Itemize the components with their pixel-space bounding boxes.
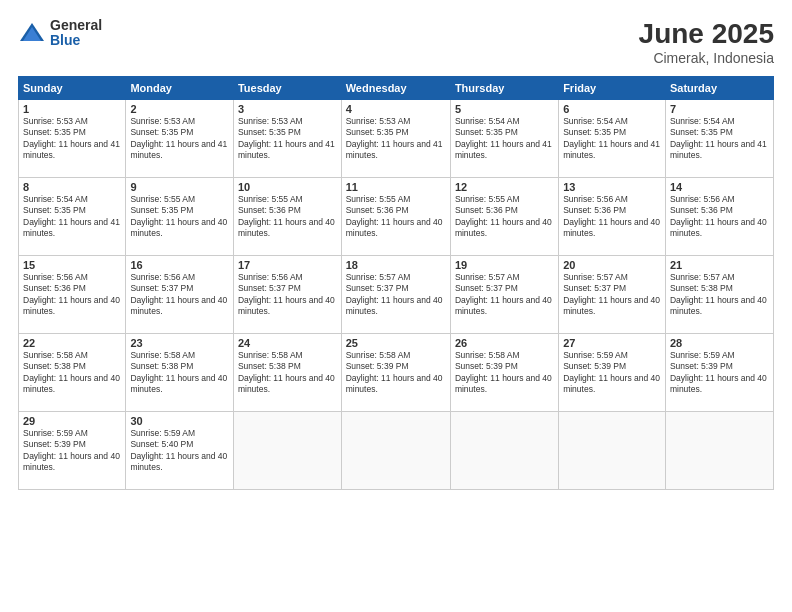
logo-blue: Blue	[50, 33, 102, 48]
day-info: Sunrise: 5:58 AM Sunset: 5:38 PM Dayligh…	[238, 350, 337, 396]
day-info: Sunrise: 5:58 AM Sunset: 5:39 PM Dayligh…	[455, 350, 554, 396]
header-friday: Friday	[559, 77, 666, 100]
day-info: Sunrise: 5:59 AM Sunset: 5:40 PM Dayligh…	[130, 428, 229, 474]
day-number: 25	[346, 337, 446, 349]
day-info: Sunrise: 5:53 AM Sunset: 5:35 PM Dayligh…	[238, 116, 337, 162]
day-info: Sunrise: 5:56 AM Sunset: 5:37 PM Dayligh…	[130, 272, 229, 318]
day-number: 18	[346, 259, 446, 271]
day-info: Sunrise: 5:55 AM Sunset: 5:36 PM Dayligh…	[238, 194, 337, 240]
calendar-cell: 29 Sunrise: 5:59 AM Sunset: 5:39 PM Dayl…	[19, 412, 126, 490]
location-title: Cimerak, Indonesia	[639, 50, 774, 66]
day-info: Sunrise: 5:56 AM Sunset: 5:36 PM Dayligh…	[670, 194, 769, 240]
day-info: Sunrise: 5:59 AM Sunset: 5:39 PM Dayligh…	[670, 350, 769, 396]
day-info: Sunrise: 5:57 AM Sunset: 5:37 PM Dayligh…	[563, 272, 661, 318]
day-number: 3	[238, 103, 337, 115]
calendar-cell	[450, 412, 558, 490]
day-number: 13	[563, 181, 661, 193]
day-number: 23	[130, 337, 229, 349]
calendar-cell: 1 Sunrise: 5:53 AM Sunset: 5:35 PM Dayli…	[19, 100, 126, 178]
calendar-cell	[233, 412, 341, 490]
calendar-cell: 22 Sunrise: 5:58 AM Sunset: 5:38 PM Dayl…	[19, 334, 126, 412]
day-number: 29	[23, 415, 121, 427]
calendar-cell: 6 Sunrise: 5:54 AM Sunset: 5:35 PM Dayli…	[559, 100, 666, 178]
header-sunday: Sunday	[19, 77, 126, 100]
calendar-cell: 25 Sunrise: 5:58 AM Sunset: 5:39 PM Dayl…	[341, 334, 450, 412]
day-number: 7	[670, 103, 769, 115]
calendar-cell: 17 Sunrise: 5:56 AM Sunset: 5:37 PM Dayl…	[233, 256, 341, 334]
calendar-cell: 18 Sunrise: 5:57 AM Sunset: 5:37 PM Dayl…	[341, 256, 450, 334]
day-number: 6	[563, 103, 661, 115]
calendar-row: 1 Sunrise: 5:53 AM Sunset: 5:35 PM Dayli…	[19, 100, 774, 178]
calendar-cell: 12 Sunrise: 5:55 AM Sunset: 5:36 PM Dayl…	[450, 178, 558, 256]
calendar-cell: 10 Sunrise: 5:55 AM Sunset: 5:36 PM Dayl…	[233, 178, 341, 256]
day-number: 2	[130, 103, 229, 115]
day-number: 9	[130, 181, 229, 193]
day-info: Sunrise: 5:59 AM Sunset: 5:39 PM Dayligh…	[23, 428, 121, 474]
calendar-cell	[559, 412, 666, 490]
day-number: 17	[238, 259, 337, 271]
calendar-cell	[341, 412, 450, 490]
day-number: 22	[23, 337, 121, 349]
header-wednesday: Wednesday	[341, 77, 450, 100]
day-number: 11	[346, 181, 446, 193]
day-number: 24	[238, 337, 337, 349]
calendar-page: General Blue June 2025 Cimerak, Indonesi…	[0, 0, 792, 612]
day-info: Sunrise: 5:57 AM Sunset: 5:37 PM Dayligh…	[346, 272, 446, 318]
calendar-cell: 4 Sunrise: 5:53 AM Sunset: 5:35 PM Dayli…	[341, 100, 450, 178]
calendar-cell: 26 Sunrise: 5:58 AM Sunset: 5:39 PM Dayl…	[450, 334, 558, 412]
calendar-cell: 13 Sunrise: 5:56 AM Sunset: 5:36 PM Dayl…	[559, 178, 666, 256]
calendar-cell	[665, 412, 773, 490]
day-number: 27	[563, 337, 661, 349]
header-saturday: Saturday	[665, 77, 773, 100]
calendar-cell: 20 Sunrise: 5:57 AM Sunset: 5:37 PM Dayl…	[559, 256, 666, 334]
calendar-table: Sunday Monday Tuesday Wednesday Thursday…	[18, 76, 774, 490]
day-info: Sunrise: 5:57 AM Sunset: 5:37 PM Dayligh…	[455, 272, 554, 318]
day-number: 14	[670, 181, 769, 193]
header: General Blue June 2025 Cimerak, Indonesi…	[18, 18, 774, 66]
day-number: 20	[563, 259, 661, 271]
calendar-cell: 27 Sunrise: 5:59 AM Sunset: 5:39 PM Dayl…	[559, 334, 666, 412]
calendar-cell: 19 Sunrise: 5:57 AM Sunset: 5:37 PM Dayl…	[450, 256, 558, 334]
day-number: 28	[670, 337, 769, 349]
day-info: Sunrise: 5:55 AM Sunset: 5:36 PM Dayligh…	[346, 194, 446, 240]
calendar-cell: 23 Sunrise: 5:58 AM Sunset: 5:38 PM Dayl…	[126, 334, 234, 412]
day-number: 30	[130, 415, 229, 427]
day-number: 5	[455, 103, 554, 115]
calendar-cell: 5 Sunrise: 5:54 AM Sunset: 5:35 PM Dayli…	[450, 100, 558, 178]
day-info: Sunrise: 5:55 AM Sunset: 5:35 PM Dayligh…	[130, 194, 229, 240]
calendar-cell: 28 Sunrise: 5:59 AM Sunset: 5:39 PM Dayl…	[665, 334, 773, 412]
logo-icon	[18, 19, 46, 47]
calendar-cell: 30 Sunrise: 5:59 AM Sunset: 5:40 PM Dayl…	[126, 412, 234, 490]
calendar-cell: 11 Sunrise: 5:55 AM Sunset: 5:36 PM Dayl…	[341, 178, 450, 256]
day-info: Sunrise: 5:56 AM Sunset: 5:37 PM Dayligh…	[238, 272, 337, 318]
calendar-cell: 16 Sunrise: 5:56 AM Sunset: 5:37 PM Dayl…	[126, 256, 234, 334]
day-number: 8	[23, 181, 121, 193]
month-title: June 2025	[639, 18, 774, 50]
day-number: 1	[23, 103, 121, 115]
title-block: June 2025 Cimerak, Indonesia	[639, 18, 774, 66]
header-monday: Monday	[126, 77, 234, 100]
day-number: 15	[23, 259, 121, 271]
day-number: 21	[670, 259, 769, 271]
day-info: Sunrise: 5:54 AM Sunset: 5:35 PM Dayligh…	[563, 116, 661, 162]
day-number: 10	[238, 181, 337, 193]
calendar-cell: 24 Sunrise: 5:58 AM Sunset: 5:38 PM Dayl…	[233, 334, 341, 412]
day-info: Sunrise: 5:59 AM Sunset: 5:39 PM Dayligh…	[563, 350, 661, 396]
logo-general: General	[50, 18, 102, 33]
header-thursday: Thursday	[450, 77, 558, 100]
weekday-header-row: Sunday Monday Tuesday Wednesday Thursday…	[19, 77, 774, 100]
day-info: Sunrise: 5:58 AM Sunset: 5:38 PM Dayligh…	[130, 350, 229, 396]
day-info: Sunrise: 5:54 AM Sunset: 5:35 PM Dayligh…	[670, 116, 769, 162]
calendar-cell: 2 Sunrise: 5:53 AM Sunset: 5:35 PM Dayli…	[126, 100, 234, 178]
calendar-row: 15 Sunrise: 5:56 AM Sunset: 5:36 PM Dayl…	[19, 256, 774, 334]
calendar-cell: 14 Sunrise: 5:56 AM Sunset: 5:36 PM Dayl…	[665, 178, 773, 256]
day-number: 26	[455, 337, 554, 349]
day-info: Sunrise: 5:54 AM Sunset: 5:35 PM Dayligh…	[23, 194, 121, 240]
day-info: Sunrise: 5:53 AM Sunset: 5:35 PM Dayligh…	[23, 116, 121, 162]
day-info: Sunrise: 5:56 AM Sunset: 5:36 PM Dayligh…	[563, 194, 661, 240]
day-info: Sunrise: 5:54 AM Sunset: 5:35 PM Dayligh…	[455, 116, 554, 162]
calendar-cell: 15 Sunrise: 5:56 AM Sunset: 5:36 PM Dayl…	[19, 256, 126, 334]
day-number: 19	[455, 259, 554, 271]
day-info: Sunrise: 5:53 AM Sunset: 5:35 PM Dayligh…	[130, 116, 229, 162]
calendar-cell: 3 Sunrise: 5:53 AM Sunset: 5:35 PM Dayli…	[233, 100, 341, 178]
